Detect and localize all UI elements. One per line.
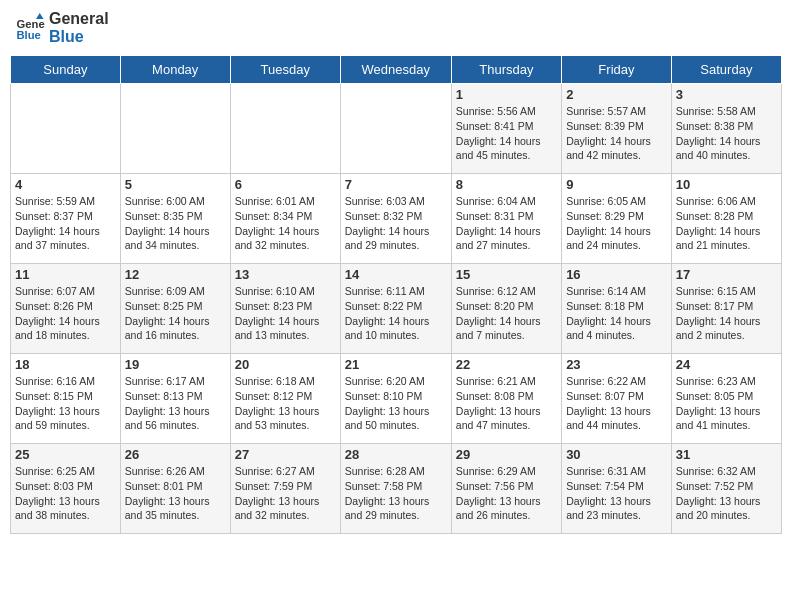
day-info: Sunrise: 6:27 AM Sunset: 7:59 PM Dayligh…	[235, 464, 336, 523]
day-info: Sunrise: 6:22 AM Sunset: 8:07 PM Dayligh…	[566, 374, 667, 433]
svg-text:Blue: Blue	[17, 28, 41, 40]
calendar-cell: 20Sunrise: 6:18 AM Sunset: 8:12 PM Dayli…	[230, 354, 340, 444]
calendar-week-row: 25Sunrise: 6:25 AM Sunset: 8:03 PM Dayli…	[11, 444, 782, 534]
weekday-header: Thursday	[451, 56, 561, 84]
weekday-header: Tuesday	[230, 56, 340, 84]
day-number: 17	[676, 267, 777, 282]
day-info: Sunrise: 6:17 AM Sunset: 8:13 PM Dayligh…	[125, 374, 226, 433]
day-info: Sunrise: 6:07 AM Sunset: 8:26 PM Dayligh…	[15, 284, 116, 343]
calendar-cell: 26Sunrise: 6:26 AM Sunset: 8:01 PM Dayli…	[120, 444, 230, 534]
calendar-week-row: 11Sunrise: 6:07 AM Sunset: 8:26 PM Dayli…	[11, 264, 782, 354]
calendar-cell: 1Sunrise: 5:56 AM Sunset: 8:41 PM Daylig…	[451, 84, 561, 174]
calendar-cell	[120, 84, 230, 174]
weekday-header: Saturday	[671, 56, 781, 84]
day-number: 6	[235, 177, 336, 192]
weekday-header-row: SundayMondayTuesdayWednesdayThursdayFrid…	[11, 56, 782, 84]
day-number: 25	[15, 447, 116, 462]
day-info: Sunrise: 6:32 AM Sunset: 7:52 PM Dayligh…	[676, 464, 777, 523]
calendar-cell: 11Sunrise: 6:07 AM Sunset: 8:26 PM Dayli…	[11, 264, 121, 354]
calendar-cell: 22Sunrise: 6:21 AM Sunset: 8:08 PM Dayli…	[451, 354, 561, 444]
calendar-cell: 2Sunrise: 5:57 AM Sunset: 8:39 PM Daylig…	[562, 84, 672, 174]
calendar-week-row: 4Sunrise: 5:59 AM Sunset: 8:37 PM Daylig…	[11, 174, 782, 264]
calendar-cell: 25Sunrise: 6:25 AM Sunset: 8:03 PM Dayli…	[11, 444, 121, 534]
calendar-cell	[230, 84, 340, 174]
weekday-header: Friday	[562, 56, 672, 84]
calendar-cell: 24Sunrise: 6:23 AM Sunset: 8:05 PM Dayli…	[671, 354, 781, 444]
calendar-cell: 15Sunrise: 6:12 AM Sunset: 8:20 PM Dayli…	[451, 264, 561, 354]
day-number: 22	[456, 357, 557, 372]
calendar-week-row: 18Sunrise: 6:16 AM Sunset: 8:15 PM Dayli…	[11, 354, 782, 444]
calendar-cell	[11, 84, 121, 174]
day-number: 14	[345, 267, 447, 282]
calendar-cell: 29Sunrise: 6:29 AM Sunset: 7:56 PM Dayli…	[451, 444, 561, 534]
day-info: Sunrise: 6:04 AM Sunset: 8:31 PM Dayligh…	[456, 194, 557, 253]
calendar-cell: 31Sunrise: 6:32 AM Sunset: 7:52 PM Dayli…	[671, 444, 781, 534]
day-info: Sunrise: 6:31 AM Sunset: 7:54 PM Dayligh…	[566, 464, 667, 523]
calendar-cell: 9Sunrise: 6:05 AM Sunset: 8:29 PM Daylig…	[562, 174, 672, 264]
calendar-cell: 18Sunrise: 6:16 AM Sunset: 8:15 PM Dayli…	[11, 354, 121, 444]
day-number: 30	[566, 447, 667, 462]
day-info: Sunrise: 6:25 AM Sunset: 8:03 PM Dayligh…	[15, 464, 116, 523]
day-info: Sunrise: 6:20 AM Sunset: 8:10 PM Dayligh…	[345, 374, 447, 433]
calendar-cell: 3Sunrise: 5:58 AM Sunset: 8:38 PM Daylig…	[671, 84, 781, 174]
day-number: 11	[15, 267, 116, 282]
day-info: Sunrise: 6:16 AM Sunset: 8:15 PM Dayligh…	[15, 374, 116, 433]
day-info: Sunrise: 6:10 AM Sunset: 8:23 PM Dayligh…	[235, 284, 336, 343]
weekday-header: Wednesday	[340, 56, 451, 84]
calendar-cell	[340, 84, 451, 174]
day-info: Sunrise: 6:29 AM Sunset: 7:56 PM Dayligh…	[456, 464, 557, 523]
calendar-cell: 30Sunrise: 6:31 AM Sunset: 7:54 PM Dayli…	[562, 444, 672, 534]
day-number: 28	[345, 447, 447, 462]
day-info: Sunrise: 5:56 AM Sunset: 8:41 PM Dayligh…	[456, 104, 557, 163]
calendar-cell: 4Sunrise: 5:59 AM Sunset: 8:37 PM Daylig…	[11, 174, 121, 264]
calendar-cell: 8Sunrise: 6:04 AM Sunset: 8:31 PM Daylig…	[451, 174, 561, 264]
calendar-cell: 12Sunrise: 6:09 AM Sunset: 8:25 PM Dayli…	[120, 264, 230, 354]
day-number: 2	[566, 87, 667, 102]
day-info: Sunrise: 6:26 AM Sunset: 8:01 PM Dayligh…	[125, 464, 226, 523]
weekday-header: Sunday	[11, 56, 121, 84]
day-info: Sunrise: 6:14 AM Sunset: 8:18 PM Dayligh…	[566, 284, 667, 343]
day-number: 23	[566, 357, 667, 372]
day-info: Sunrise: 6:18 AM Sunset: 8:12 PM Dayligh…	[235, 374, 336, 433]
day-number: 13	[235, 267, 336, 282]
calendar-cell: 13Sunrise: 6:10 AM Sunset: 8:23 PM Dayli…	[230, 264, 340, 354]
day-number: 29	[456, 447, 557, 462]
calendar-cell: 28Sunrise: 6:28 AM Sunset: 7:58 PM Dayli…	[340, 444, 451, 534]
calendar-cell: 17Sunrise: 6:15 AM Sunset: 8:17 PM Dayli…	[671, 264, 781, 354]
day-info: Sunrise: 5:58 AM Sunset: 8:38 PM Dayligh…	[676, 104, 777, 163]
day-info: Sunrise: 5:59 AM Sunset: 8:37 PM Dayligh…	[15, 194, 116, 253]
calendar-cell: 21Sunrise: 6:20 AM Sunset: 8:10 PM Dayli…	[340, 354, 451, 444]
day-number: 19	[125, 357, 226, 372]
day-info: Sunrise: 6:09 AM Sunset: 8:25 PM Dayligh…	[125, 284, 226, 343]
day-info: Sunrise: 6:28 AM Sunset: 7:58 PM Dayligh…	[345, 464, 447, 523]
day-number: 15	[456, 267, 557, 282]
day-number: 10	[676, 177, 777, 192]
day-number: 26	[125, 447, 226, 462]
calendar-cell: 10Sunrise: 6:06 AM Sunset: 8:28 PM Dayli…	[671, 174, 781, 264]
day-number: 16	[566, 267, 667, 282]
calendar-cell: 27Sunrise: 6:27 AM Sunset: 7:59 PM Dayli…	[230, 444, 340, 534]
svg-marker-2	[36, 13, 44, 19]
day-number: 12	[125, 267, 226, 282]
day-number: 5	[125, 177, 226, 192]
day-number: 20	[235, 357, 336, 372]
calendar-cell: 6Sunrise: 6:01 AM Sunset: 8:34 PM Daylig…	[230, 174, 340, 264]
day-number: 31	[676, 447, 777, 462]
day-number: 8	[456, 177, 557, 192]
day-number: 1	[456, 87, 557, 102]
logo: General Blue GeneralBlue	[15, 10, 109, 45]
day-info: Sunrise: 6:12 AM Sunset: 8:20 PM Dayligh…	[456, 284, 557, 343]
day-number: 3	[676, 87, 777, 102]
day-number: 24	[676, 357, 777, 372]
day-info: Sunrise: 5:57 AM Sunset: 8:39 PM Dayligh…	[566, 104, 667, 163]
day-number: 18	[15, 357, 116, 372]
calendar-cell: 14Sunrise: 6:11 AM Sunset: 8:22 PM Dayli…	[340, 264, 451, 354]
day-info: Sunrise: 6:06 AM Sunset: 8:28 PM Dayligh…	[676, 194, 777, 253]
day-info: Sunrise: 6:21 AM Sunset: 8:08 PM Dayligh…	[456, 374, 557, 433]
calendar-cell: 16Sunrise: 6:14 AM Sunset: 8:18 PM Dayli…	[562, 264, 672, 354]
logo-icon: General Blue	[15, 13, 45, 43]
day-info: Sunrise: 6:15 AM Sunset: 8:17 PM Dayligh…	[676, 284, 777, 343]
calendar-week-row: 1Sunrise: 5:56 AM Sunset: 8:41 PM Daylig…	[11, 84, 782, 174]
day-info: Sunrise: 6:01 AM Sunset: 8:34 PM Dayligh…	[235, 194, 336, 253]
day-info: Sunrise: 6:03 AM Sunset: 8:32 PM Dayligh…	[345, 194, 447, 253]
